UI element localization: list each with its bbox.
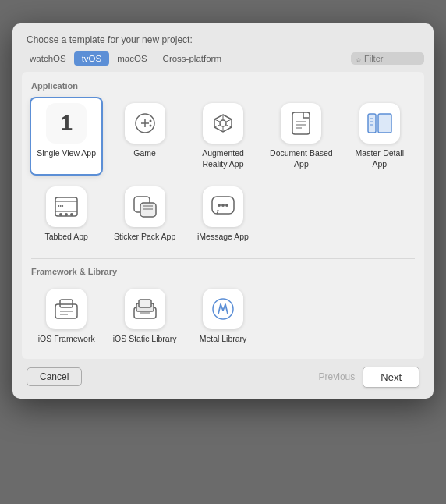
section-divider: [31, 258, 415, 259]
template-single-view-app[interactable]: 1 Single View App: [31, 98, 101, 174]
application-template-grid: 1 Single View App Game: [31, 98, 415, 247]
game-label: Game: [133, 148, 156, 159]
next-button[interactable]: Next: [363, 367, 419, 388]
framework-template-grid: iOS Framework iOS Static Library: [31, 284, 415, 350]
document-app-label: Document Based App: [269, 148, 333, 169]
metal-library-icon: [203, 289, 243, 329]
template-metal-library[interactable]: Metal Library: [188, 284, 258, 350]
dialog-footer: Cancel Previous Next: [12, 359, 434, 399]
template-chooser-dialog: Choose a template for your new project: …: [12, 23, 434, 399]
svg-point-35: [221, 204, 225, 207]
template-ios-framework[interactable]: iOS Framework: [31, 284, 101, 350]
template-game[interactable]: Game: [109, 98, 179, 174]
tab-tvos[interactable]: tvOS: [74, 51, 110, 66]
ios-framework-icon: [46, 289, 87, 329]
tabbed-app-icon: •••: [46, 186, 87, 227]
master-detail-icon: [359, 103, 400, 144]
svg-rect-38: [60, 300, 73, 307]
svg-rect-43: [139, 300, 151, 307]
master-detail-app-label: Master-Detail App: [348, 148, 412, 169]
section-framework-label: Framework & Library: [31, 267, 415, 276]
ios-static-library-icon: [125, 289, 165, 329]
svg-point-24: [59, 213, 62, 216]
svg-point-4: [149, 125, 151, 127]
section-application-label: Application: [31, 81, 415, 91]
footer-right: Previous Next: [319, 367, 419, 388]
document-icon: [281, 103, 321, 144]
imessage-icon: [203, 186, 243, 227]
svg-point-34: [218, 204, 221, 207]
previous-button[interactable]: Previous: [319, 371, 356, 382]
svg-point-36: [225, 204, 228, 207]
template-master-detail-app[interactable]: Master-Detail App: [345, 98, 415, 174]
tabbed-app-label: Tabbed App: [44, 232, 87, 243]
svg-rect-30: [140, 203, 156, 217]
template-sticker-pack-app[interactable]: Sticker Pack App: [109, 182, 179, 247]
template-ios-static-library[interactable]: iOS Static Library: [109, 284, 179, 350]
template-imessage-app[interactable]: iMessage App: [188, 182, 258, 247]
ar-app-label: Augmented Reality App: [191, 148, 255, 169]
svg-rect-17: [368, 114, 376, 133]
ar-icon: [203, 103, 243, 144]
svg-point-6: [220, 120, 226, 126]
ios-static-library-label: iOS Static Library: [113, 334, 177, 345]
svg-line-12: [214, 125, 220, 127]
cancel-button[interactable]: Cancel: [27, 367, 82, 386]
template-tabbed-app[interactable]: ••• Tabbed App: [31, 182, 101, 247]
sticker-pack-icon: [125, 186, 165, 227]
tab-watchos[interactable]: watchOS: [22, 51, 74, 66]
content-area: Application 1 Single View App: [22, 72, 424, 359]
svg-point-25: [65, 213, 68, 216]
single-view-app-icon: 1: [46, 103, 87, 144]
template-document-app[interactable]: Document Based App: [266, 98, 336, 174]
template-ar-app[interactable]: Augmented Reality App: [188, 98, 258, 174]
dialog-prompt: Choose a template for your new project:: [12, 23, 434, 51]
sticker-pack-app-label: Sticker Pack App: [114, 232, 175, 243]
filter-icon: ⌕: [356, 55, 361, 63]
filter-input[interactable]: [364, 54, 419, 63]
svg-point-26: [70, 213, 73, 216]
svg-point-3: [149, 120, 151, 122]
svg-line-9: [214, 119, 220, 122]
svg-text:•••: •••: [58, 203, 64, 208]
single-view-app-label: Single View App: [37, 148, 96, 159]
tab-crossplatform[interactable]: Cross-platform: [155, 51, 229, 66]
tab-bar: watchOS tvOS macOS Cross-platform ⌕: [12, 51, 434, 72]
filter-box[interactable]: ⌕: [351, 52, 424, 65]
svg-rect-13: [292, 112, 310, 134]
svg-line-10: [226, 125, 232, 127]
svg-line-11: [226, 119, 232, 122]
game-icon: [125, 103, 165, 144]
imessage-app-label: iMessage App: [197, 232, 249, 243]
ios-framework-label: iOS Framework: [38, 334, 95, 345]
svg-rect-18: [378, 114, 391, 133]
metal-library-label: Metal Library: [200, 334, 247, 345]
tab-macos[interactable]: macOS: [109, 51, 154, 66]
